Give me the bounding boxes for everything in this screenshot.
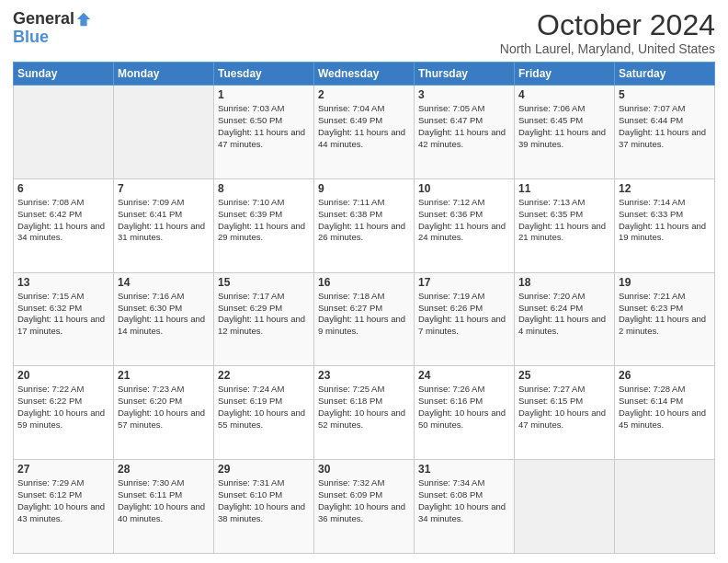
day-number: 26: [619, 369, 711, 382]
header: General Blue October 2024 North Laurel, …: [13, 9, 715, 56]
cell-content: Sunrise: 7:26 AM Sunset: 6:16 PM Dayligh…: [418, 384, 510, 431]
calendar-week-row: 27Sunrise: 7:29 AM Sunset: 6:12 PM Dayli…: [14, 460, 715, 554]
day-number: 4: [518, 88, 610, 101]
cell-content: Sunrise: 7:17 AM Sunset: 6:29 PM Dayligh…: [218, 291, 310, 338]
day-of-week-header: Friday: [515, 63, 615, 86]
calendar-cell: 18Sunrise: 7:20 AM Sunset: 6:24 PM Dayli…: [515, 272, 615, 366]
cell-content: Sunrise: 7:09 AM Sunset: 6:41 PM Dayligh…: [118, 197, 210, 244]
cell-content: Sunrise: 7:14 AM Sunset: 6:33 PM Dayligh…: [619, 197, 711, 244]
day-of-week-header: Wednesday: [314, 63, 415, 86]
calendar-cell: 28Sunrise: 7:30 AM Sunset: 6:11 PM Dayli…: [114, 460, 214, 554]
day-of-week-header: Monday: [114, 63, 214, 86]
cell-content: Sunrise: 7:03 AM Sunset: 6:50 PM Dayligh…: [218, 103, 310, 150]
day-number: 25: [518, 369, 610, 382]
calendar-table: SundayMondayTuesdayWednesdayThursdayFrid…: [13, 62, 715, 554]
day-number: 16: [318, 276, 410, 289]
calendar-cell: 10Sunrise: 7:12 AM Sunset: 6:36 PM Dayli…: [415, 178, 515, 272]
calendar-cell: 30Sunrise: 7:32 AM Sunset: 6:09 PM Dayli…: [314, 460, 415, 554]
cell-content: Sunrise: 7:30 AM Sunset: 6:11 PM Dayligh…: [118, 477, 210, 524]
calendar-cell: 14Sunrise: 7:16 AM Sunset: 6:30 PM Dayli…: [114, 272, 214, 366]
calendar-cell: 16Sunrise: 7:18 AM Sunset: 6:27 PM Dayli…: [314, 272, 415, 366]
svg-marker-0: [77, 12, 90, 25]
calendar-cell: 6Sunrise: 7:08 AM Sunset: 6:42 PM Daylig…: [14, 178, 114, 272]
day-number: 17: [418, 276, 510, 289]
day-number: 11: [518, 182, 610, 195]
cell-content: Sunrise: 7:18 AM Sunset: 6:27 PM Dayligh…: [318, 291, 410, 338]
day-number: 27: [17, 463, 109, 476]
calendar-cell: 8Sunrise: 7:10 AM Sunset: 6:39 PM Daylig…: [214, 178, 314, 272]
day-of-week-header: Sunday: [14, 63, 114, 86]
calendar-cell: 9Sunrise: 7:11 AM Sunset: 6:38 PM Daylig…: [314, 178, 415, 272]
logo: General Blue: [13, 9, 92, 45]
calendar-cell: 7Sunrise: 7:09 AM Sunset: 6:41 PM Daylig…: [114, 178, 214, 272]
day-number: 31: [418, 463, 510, 476]
day-number: 21: [118, 369, 210, 382]
cell-content: Sunrise: 7:28 AM Sunset: 6:14 PM Dayligh…: [619, 384, 711, 431]
day-number: 22: [218, 369, 310, 382]
day-number: 14: [118, 276, 210, 289]
cell-content: Sunrise: 7:31 AM Sunset: 6:10 PM Dayligh…: [218, 477, 310, 524]
cell-content: Sunrise: 7:11 AM Sunset: 6:38 PM Dayligh…: [318, 197, 410, 244]
day-of-week-header: Thursday: [415, 63, 515, 86]
calendar-cell: 19Sunrise: 7:21 AM Sunset: 6:23 PM Dayli…: [615, 272, 715, 366]
day-number: 2: [318, 88, 410, 101]
cell-content: Sunrise: 7:34 AM Sunset: 6:08 PM Dayligh…: [418, 477, 510, 524]
calendar-cell: 11Sunrise: 7:13 AM Sunset: 6:35 PM Dayli…: [515, 178, 615, 272]
cell-content: Sunrise: 7:32 AM Sunset: 6:09 PM Dayligh…: [318, 477, 410, 524]
day-number: 9: [318, 182, 410, 195]
calendar-cell: 17Sunrise: 7:19 AM Sunset: 6:26 PM Dayli…: [415, 272, 515, 366]
calendar-week-row: 1Sunrise: 7:03 AM Sunset: 6:50 PM Daylig…: [14, 86, 715, 179]
cell-content: Sunrise: 7:16 AM Sunset: 6:30 PM Dayligh…: [118, 291, 210, 338]
calendar-cell: 20Sunrise: 7:22 AM Sunset: 6:22 PM Dayli…: [14, 366, 114, 460]
calendar-week-row: 6Sunrise: 7:08 AM Sunset: 6:42 PM Daylig…: [14, 178, 715, 272]
day-number: 15: [218, 276, 310, 289]
calendar-cell: [114, 86, 214, 179]
logo-general-text: General: [13, 9, 74, 29]
calendar-cell: 27Sunrise: 7:29 AM Sunset: 6:12 PM Dayli…: [14, 460, 114, 554]
calendar-week-row: 13Sunrise: 7:15 AM Sunset: 6:32 PM Dayli…: [14, 272, 715, 366]
day-number: 29: [218, 463, 310, 476]
cell-content: Sunrise: 7:12 AM Sunset: 6:36 PM Dayligh…: [418, 197, 510, 244]
day-number: 12: [619, 182, 711, 195]
day-number: 10: [418, 182, 510, 195]
day-number: 18: [518, 276, 610, 289]
title-section: October 2024 North Laurel, Maryland, Uni…: [500, 9, 715, 56]
calendar-cell: 3Sunrise: 7:05 AM Sunset: 6:47 PM Daylig…: [415, 86, 515, 179]
calendar-cell: 21Sunrise: 7:23 AM Sunset: 6:20 PM Dayli…: [114, 366, 214, 460]
day-number: 8: [218, 182, 310, 195]
cell-content: Sunrise: 7:29 AM Sunset: 6:12 PM Dayligh…: [17, 477, 109, 524]
cell-content: Sunrise: 7:10 AM Sunset: 6:39 PM Dayligh…: [218, 197, 310, 244]
calendar-cell: 26Sunrise: 7:28 AM Sunset: 6:14 PM Dayli…: [615, 366, 715, 460]
day-number: 3: [418, 88, 510, 101]
day-number: 30: [318, 463, 410, 476]
day-number: 28: [118, 463, 210, 476]
calendar-cell: [515, 460, 615, 554]
location-subtitle: North Laurel, Maryland, United States: [500, 41, 715, 56]
calendar-cell: 25Sunrise: 7:27 AM Sunset: 6:15 PM Dayli…: [515, 366, 615, 460]
cell-content: Sunrise: 7:05 AM Sunset: 6:47 PM Dayligh…: [418, 103, 510, 150]
calendar-cell: 12Sunrise: 7:14 AM Sunset: 6:33 PM Dayli…: [615, 178, 715, 272]
day-number: 5: [619, 88, 711, 101]
cell-content: Sunrise: 7:13 AM Sunset: 6:35 PM Dayligh…: [518, 197, 610, 244]
cell-content: Sunrise: 7:22 AM Sunset: 6:22 PM Dayligh…: [17, 384, 109, 431]
calendar-cell: [14, 86, 114, 179]
calendar-cell: 31Sunrise: 7:34 AM Sunset: 6:08 PM Dayli…: [415, 460, 515, 554]
cell-content: Sunrise: 7:23 AM Sunset: 6:20 PM Dayligh…: [118, 384, 210, 431]
day-number: 13: [17, 276, 109, 289]
day-of-week-header: Tuesday: [214, 63, 314, 86]
cell-content: Sunrise: 7:07 AM Sunset: 6:44 PM Dayligh…: [619, 103, 711, 150]
cell-content: Sunrise: 7:20 AM Sunset: 6:24 PM Dayligh…: [518, 291, 610, 338]
calendar-cell: 22Sunrise: 7:24 AM Sunset: 6:19 PM Dayli…: [214, 366, 314, 460]
cell-content: Sunrise: 7:04 AM Sunset: 6:49 PM Dayligh…: [318, 103, 410, 150]
month-year-title: October 2024: [500, 9, 715, 41]
cell-content: Sunrise: 7:19 AM Sunset: 6:26 PM Dayligh…: [418, 291, 510, 338]
cell-content: Sunrise: 7:25 AM Sunset: 6:18 PM Dayligh…: [318, 384, 410, 431]
logo-blue-text: Blue: [13, 29, 49, 45]
cell-content: Sunrise: 7:08 AM Sunset: 6:42 PM Dayligh…: [17, 197, 109, 244]
day-number: 23: [318, 369, 410, 382]
logo-text: General: [13, 9, 92, 29]
calendar-cell: 1Sunrise: 7:03 AM Sunset: 6:50 PM Daylig…: [214, 86, 314, 179]
day-number: 1: [218, 88, 310, 101]
calendar-cell: [615, 460, 715, 554]
day-number: 20: [17, 369, 109, 382]
